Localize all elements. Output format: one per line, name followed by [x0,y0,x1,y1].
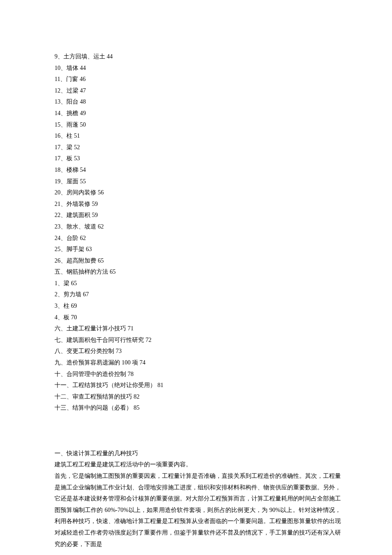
toc-item: 五、钢筋抽样的方法 65 [55,266,341,278]
body-paragraph: 首先，它是编制施工图预算的重要因素，工程量计算是否准确，直接关系到工程造价的准确… [55,471,341,550]
toc-item: 十、合同管理中的造价控制 78 [55,369,341,380]
toc-item: 20、房间内装修 56 [55,187,341,199]
toc-item: 21、外墙装修 59 [55,199,341,210]
toc-item: 七、建筑面积包干合同可行性研究 72 [55,335,341,346]
toc-item: 9、土方回填、运土 44 [55,51,341,63]
toc-item: 3、柱 69 [55,301,341,312]
toc-item: 17、板 53 [55,153,341,165]
document-page: 9、土方回填、运土 44 10、墙体 44 11、门窗 46 12、过梁 47 … [0,0,392,555]
toc-item: 23、散水、坡道 62 [55,221,341,233]
section-heading: 一、快速计算工程量的几种技巧 [55,448,341,460]
toc-item: 14、挑檐 49 [55,108,341,119]
toc-item: 10、墙体 44 [55,63,341,74]
spacer [55,414,341,425]
toc-list: 9、土方回填、运土 44 10、墙体 44 11、门窗 46 12、过梁 47 … [55,51,341,414]
toc-item: 4、板 70 [55,312,341,324]
toc-item: 12、过梁 47 [55,85,341,97]
toc-item: 十一、工程结算技巧（绝对让你受用） 81 [55,380,341,391]
toc-item: 16、柱 51 [55,130,341,142]
toc-item: 17、梁 52 [55,142,341,153]
toc-item: 2、剪力墙 67 [55,289,341,301]
spacer [55,436,341,448]
toc-item: 18、楼梯 54 [55,165,341,176]
toc-item: 25、脚手架 63 [55,244,341,255]
spacer [55,425,341,437]
toc-item: 11、门窗 46 [55,74,341,85]
toc-item: 22、建筑面积 59 [55,210,341,221]
toc-item: 1、梁 65 [55,278,341,289]
toc-item: 26、超高附加费 65 [55,255,341,267]
toc-item: 六、土建工程量计算小技巧 71 [55,323,341,335]
toc-item: 24、台阶 62 [55,233,341,244]
toc-item: 十二、审查工程预结算的技巧 82 [55,391,341,403]
toc-item: 十三、结算中的问题（必看） 85 [55,402,341,414]
toc-item: 13、阳台 48 [55,96,341,108]
body-line: 建筑工程工程量是建筑工程活动中的一项重要内容。 [55,459,341,471]
toc-item: 九、造价预算容易遗漏的 100 项 74 [55,357,341,369]
toc-item: 八、变更工程分类控制 73 [55,346,341,357]
toc-item: 19、屋面 55 [55,176,341,188]
toc-item: 15、雨蓬 50 [55,119,341,131]
